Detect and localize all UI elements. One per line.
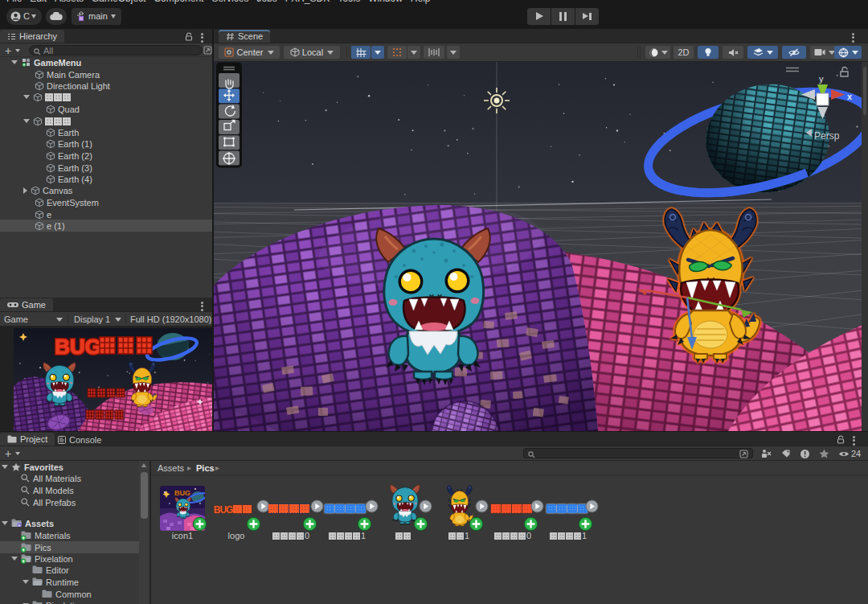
svg-text:y: y bbox=[819, 74, 824, 84]
svg-text:x: x bbox=[847, 92, 853, 101]
svg-text:BUG: BUG bbox=[55, 335, 101, 359]
svg-text:BUG: BUG bbox=[174, 489, 190, 497]
svg-text:Persp: Persp bbox=[814, 130, 840, 142]
